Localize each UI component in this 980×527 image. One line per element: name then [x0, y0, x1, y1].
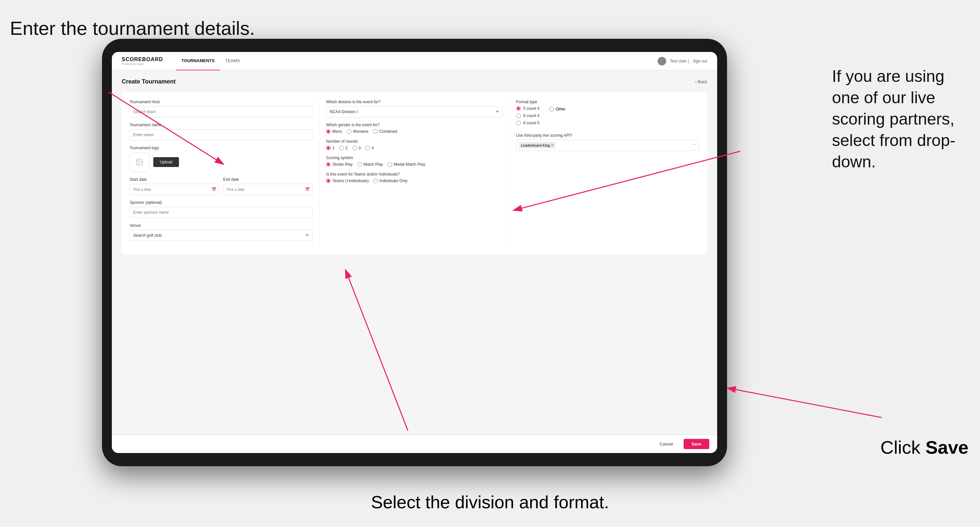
round-2-radio[interactable] — [339, 146, 344, 150]
annotation-top-left: Enter the tournament details. — [10, 16, 255, 40]
scoring-match-radio[interactable] — [357, 162, 362, 167]
format-6count5[interactable]: 6 count 5 — [516, 121, 539, 125]
round-1-radio[interactable] — [326, 146, 331, 150]
sponsor-input[interactable] — [130, 207, 312, 218]
scoring-label: Scoring system — [326, 156, 502, 160]
avatar — [658, 57, 666, 65]
gender-mens-label: Mens — [332, 129, 342, 134]
teams-label: Is this event for Teams and/or Individua… — [326, 172, 502, 176]
tournament-logo-label: Tournament logo — [130, 146, 312, 150]
tournament-name-input[interactable] — [130, 129, 312, 140]
division-label: Which division is the event for? — [326, 100, 502, 104]
end-date-label: End date — [223, 177, 312, 182]
format-6count4-radio[interactable] — [516, 113, 521, 118]
live-scoring-tag-input[interactable]: Leaderboard King × ⌃ — [516, 140, 699, 151]
teams-label-text: Teams (+Individuals) — [332, 178, 368, 183]
individuals-radio[interactable] — [373, 178, 378, 183]
gender-mens-radio[interactable] — [326, 129, 331, 134]
gender-womens-label: Womens — [353, 129, 368, 134]
logo-upload-area: Upload — [130, 152, 312, 172]
page-header: Create Tournament ‹ Back — [122, 78, 707, 85]
round-3-label: 3 — [359, 146, 361, 150]
gender-womens[interactable]: Womens — [347, 129, 368, 134]
rounds-group: Number of rounds 1 2 — [326, 139, 502, 150]
round-4[interactable]: 4 — [365, 146, 374, 150]
tablet-screen: SCOREBOARD Powered by Clippd TOURNAMENTS… — [112, 52, 717, 453]
scoring-group: Scoring system Stroke Play Match Play — [326, 156, 502, 167]
user-label: Test User | — [670, 59, 689, 63]
format-5count4[interactable]: 5 count 4 — [516, 106, 539, 111]
scoring-stroke[interactable]: Stroke Play — [326, 162, 352, 167]
tablet-device: SCOREBOARD Powered by Clippd TOURNAMENTS… — [102, 39, 727, 466]
gender-radio-group: Mens Womens Combined — [326, 129, 502, 134]
end-date-wrap: 📅 — [223, 184, 312, 195]
gender-womens-radio[interactable] — [347, 129, 352, 134]
round-1[interactable]: 1 — [326, 146, 334, 150]
format-6count5-radio[interactable] — [516, 121, 521, 125]
venue-label: Venue — [130, 223, 312, 228]
tab-tournaments[interactable]: TOURNAMENTS — [176, 52, 220, 70]
round-3[interactable]: 3 — [352, 146, 361, 150]
page-title: Create Tournament — [122, 78, 176, 85]
format-5count4-radio[interactable] — [516, 106, 521, 111]
format-6count4[interactable]: 6 count 4 — [516, 113, 539, 118]
nav-left: SCOREBOARD Powered by Clippd TOURNAMENTS… — [122, 52, 245, 70]
scoring-match[interactable]: Match Play — [357, 162, 383, 167]
form-container: Tournament Host Tournament name Tourname… — [122, 92, 707, 254]
tournament-name-group: Tournament name — [130, 123, 312, 140]
gender-label: Which gender is the event for? — [326, 123, 502, 127]
teams-radio[interactable] — [326, 178, 331, 183]
individuals-only[interactable]: Individuals Only — [373, 178, 407, 183]
scoring-medal-label: Medal Match Play — [394, 162, 425, 167]
end-date-input[interactable] — [223, 184, 312, 195]
start-date-input[interactable] — [130, 184, 219, 195]
round-2[interactable]: 2 — [339, 146, 348, 150]
form-col-1: Tournament Host Tournament name Tourname… — [130, 100, 320, 246]
division-select[interactable]: NCAA Division I — [326, 106, 502, 117]
start-date-wrap: 📅 — [130, 184, 219, 195]
tab-teams[interactable]: TEAMS — [220, 52, 245, 70]
top-nav: SCOREBOARD Powered by Clippd TOURNAMENTS… — [112, 52, 717, 70]
round-3-radio[interactable] — [352, 146, 357, 150]
format-options-container: 5 count 4 6 count 4 6 count 5 — [516, 106, 699, 128]
live-scoring-label: Use third-party live scoring API? — [516, 133, 699, 138]
teams-radio-group: Teams (+Individuals) Individuals Only — [326, 178, 502, 183]
scoring-medal-radio[interactable] — [388, 162, 392, 167]
cancel-button[interactable]: Cancel — [653, 439, 679, 449]
form-col-2: Which division is the event for? NCAA Di… — [320, 100, 509, 246]
round-2-label: 2 — [345, 146, 348, 150]
venue-select[interactable]: Search golf club — [130, 230, 312, 241]
format-5count4-label: 5 count 4 — [523, 106, 539, 111]
live-scoring-group: Use third-party live scoring API? Leader… — [516, 133, 699, 151]
start-date-label: Start date — [130, 177, 219, 182]
form-col-3: Format type 5 count 4 6 count 4 — [509, 100, 699, 246]
scoring-medal-match[interactable]: Medal Match Play — [388, 162, 425, 167]
gender-combined[interactable]: Combined — [373, 129, 398, 134]
format-other-option[interactable]: Other — [549, 106, 565, 128]
save-button[interactable]: Save — [684, 439, 709, 449]
nav-right: Test User | Sign out — [658, 57, 707, 65]
gender-mens[interactable]: Mens — [326, 129, 342, 134]
round-4-radio[interactable] — [365, 146, 370, 150]
start-date-group: Start date 📅 — [130, 177, 219, 195]
scoring-radio-group: Stroke Play Match Play Medal Match Play — [326, 162, 502, 167]
svg-line-6 — [727, 388, 881, 417]
back-link[interactable]: ‹ Back — [695, 79, 707, 84]
format-other-label: Other — [556, 107, 565, 111]
scoring-stroke-radio[interactable] — [326, 162, 331, 167]
teams-plus-individuals[interactable]: Teams (+Individuals) — [326, 178, 368, 183]
date-row: Start date 📅 End date 📅 — [130, 177, 312, 195]
scoring-match-label: Match Play — [364, 162, 383, 167]
tag-dropdown-icon[interactable]: ⌃ — [692, 143, 697, 148]
calendar-icon-end: 📅 — [305, 187, 310, 192]
svg-point-1 — [138, 160, 139, 162]
tournament-host-input[interactable] — [130, 106, 312, 117]
nav-tabs: TOURNAMENTS TEAMS — [176, 52, 245, 70]
upload-button[interactable]: Upload — [153, 157, 179, 167]
format-other-radio[interactable] — [549, 107, 554, 111]
signout-link[interactable]: Sign out — [693, 59, 707, 63]
brand-sub: Powered by Clippd — [122, 62, 163, 65]
tag-remove-button[interactable]: × — [551, 143, 553, 148]
bottom-bar: Cancel Save — [112, 435, 717, 453]
gender-combined-radio[interactable] — [373, 129, 378, 134]
